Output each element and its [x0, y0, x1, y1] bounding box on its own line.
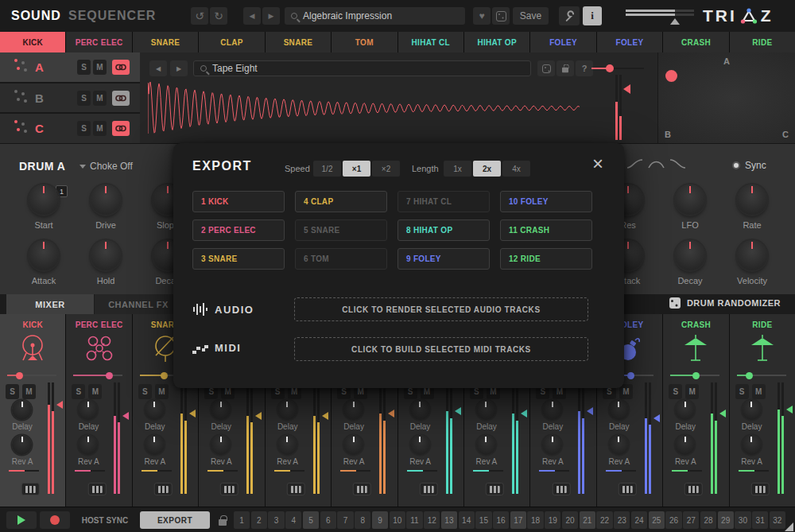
knob-lfo[interactable]	[675, 184, 705, 215]
export-button[interactable]: EXPORT	[140, 511, 210, 529]
knob-decay[interactable]	[675, 240, 705, 270]
step-button-29[interactable]: 29	[718, 511, 734, 529]
mixer-channel-perc-elec-2[interactable]: PERC ELECSMDelayRev A	[66, 314, 131, 507]
channel-fader[interactable]	[313, 382, 320, 494]
step-button-13[interactable]: 13	[441, 511, 457, 529]
xy-blend-pad[interactable]: A B C	[657, 52, 795, 143]
layer-link-button[interactable]	[112, 91, 130, 106]
channel-pan-slider[interactable]	[7, 375, 56, 376]
fader-handle[interactable]	[455, 407, 461, 415]
tab-sequencer[interactable]: SEQUENCER	[68, 9, 156, 23]
play-button[interactable]	[6, 511, 37, 529]
reverb-knob[interactable]	[145, 435, 165, 455]
layer-mute-button[interactable]: M	[93, 121, 107, 136]
channel-solo-button[interactable]: S	[735, 384, 749, 399]
channel-keys-button[interactable]	[220, 483, 238, 495]
xy-pad-handle[interactable]	[665, 70, 677, 82]
step-button-5[interactable]: 5	[303, 511, 319, 529]
export-track-10-foley[interactable]: 10 FOLEY	[500, 191, 592, 212]
step-button-18[interactable]: 18	[527, 511, 543, 529]
tab-sound[interactable]: SOUND	[11, 9, 61, 23]
export-track-3-snare[interactable]: 3 SNARE	[192, 248, 285, 270]
channel-keys-button[interactable]	[287, 483, 305, 495]
track-tab-crash-11[interactable]: CRASH	[663, 32, 728, 52]
preset-prev-button[interactable]: ◀	[243, 7, 261, 25]
delay-knob[interactable]	[277, 400, 297, 420]
filter-shape-fall-icon[interactable]	[669, 158, 687, 169]
reverb-knob[interactable]	[675, 435, 695, 455]
reverb-knob[interactable]	[609, 435, 629, 455]
channel-fader[interactable]	[711, 382, 718, 494]
delay-knob[interactable]	[12, 400, 32, 420]
channel-keys-button[interactable]	[87, 483, 106, 495]
fader-handle[interactable]	[322, 412, 328, 420]
step-button-4[interactable]: 4	[285, 511, 301, 529]
step-button-25[interactable]: 25	[649, 511, 665, 529]
pan-handle[interactable]	[606, 64, 614, 72]
step-button-26[interactable]: 26	[665, 511, 681, 529]
step-button-30[interactable]: 30	[735, 511, 750, 529]
channel-keys-button[interactable]	[684, 483, 703, 495]
reverb-knob[interactable]	[211, 435, 231, 455]
export-track-7-hihat-cl[interactable]: 7 HIHAT CL	[398, 191, 490, 212]
balance-handle[interactable]	[670, 18, 680, 25]
sample-lock-button[interactable]	[556, 60, 574, 76]
favorite-button[interactable]: ♥	[473, 7, 491, 25]
step-button-28[interactable]: 28	[700, 511, 716, 529]
layer-row-c[interactable]: CSM	[0, 114, 140, 143]
reverb-knob[interactable]	[12, 435, 32, 455]
delay-knob[interactable]	[343, 400, 363, 420]
delay-knob[interactable]	[675, 400, 695, 420]
channel-fader[interactable]	[246, 382, 254, 494]
delay-knob[interactable]	[145, 400, 165, 420]
export-track-1-kick[interactable]: 1 KICK	[192, 191, 285, 212]
preset-next-button[interactable]: ▶	[262, 7, 280, 25]
fader-handle[interactable]	[189, 410, 196, 417]
channel-keys-button[interactable]	[353, 483, 371, 495]
step-button-12[interactable]: 12	[424, 511, 440, 529]
reverb-knob[interactable]	[277, 435, 297, 455]
step-button-1[interactable]: 1	[234, 511, 250, 529]
channel-fader[interactable]	[446, 382, 453, 494]
layer-row-b[interactable]: BSM	[0, 83, 140, 113]
knob-attack[interactable]	[29, 240, 59, 270]
pan-handle[interactable]	[746, 372, 753, 379]
track-tab-snare-5[interactable]: SNARE	[266, 32, 331, 52]
step-button-21[interactable]: 21	[580, 511, 595, 529]
track-tab-hihat-cl-7[interactable]: HIHAT CL	[398, 32, 463, 52]
render-audio-button[interactable]: CLICK TO RENDER SELECTED AUDIO TRACKS	[294, 297, 588, 321]
save-button[interactable]: Save	[513, 7, 549, 25]
export-track-6-tom[interactable]: 6 TOM	[295, 248, 387, 270]
channel-solo-button[interactable]: S	[72, 384, 85, 399]
step-button-17[interactable]: 17	[510, 511, 526, 529]
step-button-23[interactable]: 23	[614, 511, 630, 529]
track-tab-ride-12[interactable]: RIDE	[730, 32, 795, 52]
channel-mute-button[interactable]: M	[88, 384, 102, 399]
track-tab-foley-10[interactable]: FOLEY	[597, 32, 662, 52]
delay-knob[interactable]	[410, 400, 430, 420]
step-button-20[interactable]: 20	[562, 511, 578, 529]
sample-search-input[interactable]: Tape Eight	[193, 60, 531, 76]
layer-mute-button[interactable]: M	[93, 91, 107, 106]
fader-handle[interactable]	[719, 410, 726, 417]
channel-keys-button[interactable]	[751, 483, 770, 495]
master-balance-slider[interactable]	[626, 10, 694, 24]
segment-option-1x[interactable]: 1x	[444, 161, 471, 177]
step-button-14[interactable]: 14	[459, 511, 475, 529]
layer-solo-button[interactable]: S	[77, 121, 91, 136]
tab-channel-fx[interactable]: CHANNEL FX	[95, 294, 182, 314]
export-track-11-crash[interactable]: 11 CRASH	[500, 219, 592, 241]
mixer-channel-crash-11[interactable]: CRASHSMDelayRev A	[663, 314, 728, 507]
fader-handle[interactable]	[521, 410, 527, 417]
export-track-5-snare[interactable]: 5 SNARE	[295, 219, 387, 241]
step-button-7[interactable]: 7	[337, 511, 353, 529]
fader-handle[interactable]	[587, 407, 593, 415]
channel-fader[interactable]	[48, 382, 55, 494]
step-button-27[interactable]: 27	[683, 511, 699, 529]
channel-keys-button[interactable]	[21, 483, 40, 495]
build-midi-button[interactable]: CLICK TO BUILD SELECTED MIDI TRACKS	[294, 337, 588, 361]
channel-mute-button[interactable]: M	[155, 384, 169, 399]
export-track-2-perc-elec[interactable]: 2 PERC ELEC	[192, 219, 285, 241]
channel-pan-slider[interactable]	[737, 375, 786, 376]
track-tab-tom-6[interactable]: TOM	[332, 32, 397, 52]
